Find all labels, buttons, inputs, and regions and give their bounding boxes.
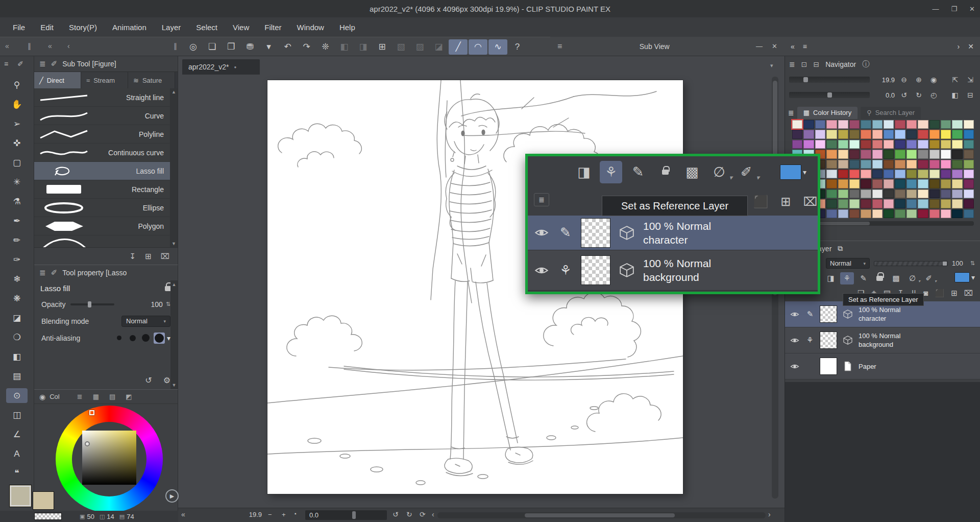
deselect-icon[interactable]: ▨ [410, 39, 429, 55]
delete-layer-icon[interactable]: ⌧ [964, 289, 973, 298]
add-subtool-icon[interactable]: ⊞ [145, 252, 152, 261]
color-swatch[interactable] [872, 150, 883, 158]
hand-tool[interactable]: ✋ [6, 97, 28, 112]
menu-item[interactable]: Select [188, 23, 225, 32]
auto-select-tool[interactable]: ✳ [6, 175, 28, 189]
scroll-down-icon[interactable]: ▼ [172, 241, 176, 246]
color-swatch[interactable] [838, 130, 848, 138]
hue-marker[interactable] [89, 410, 94, 415]
color-swatch[interactable] [872, 140, 883, 149]
color-swatch[interactable] [849, 160, 860, 169]
visibility-icon[interactable] [533, 267, 550, 274]
maximize-button[interactable]: ❐ [951, 5, 957, 13]
flip-horizontal-icon[interactable]: ◧ [949, 91, 961, 99]
anti-aliasing-medium-button[interactable] [140, 333, 152, 344]
figure-tool[interactable]: ⊙ [6, 388, 28, 403]
color-swatch[interactable] [884, 179, 894, 188]
set-reference-layer-icon[interactable]: ⚘ ▾ [840, 272, 854, 284]
color-swatch[interactable] [849, 189, 860, 198]
delete-layer-icon[interactable]: ⌧ [803, 195, 817, 209]
color-swatch[interactable] [838, 179, 848, 188]
new-from-selection-icon[interactable]: ⊞ [951, 289, 958, 298]
visibility-icon[interactable] [789, 363, 800, 370]
chevron-down-icon[interactable]: ▾ [167, 334, 170, 342]
color-wheel-tab-icon[interactable]: ◉ [39, 393, 45, 401]
color-swatch[interactable] [861, 140, 871, 149]
scroll-up-icon[interactable]: ▲ [172, 89, 176, 94]
color-swatch[interactable] [952, 179, 962, 188]
color-swatch[interactable] [849, 179, 860, 188]
subtool-group-tab[interactable]: ╱ Direct [34, 72, 81, 88]
subtool-item[interactable]: Curve [34, 107, 170, 125]
clear-icon[interactable]: ❊ [316, 39, 335, 55]
color-swatch[interactable] [964, 150, 974, 158]
brush-tool[interactable]: ✑ [6, 252, 28, 267]
color-swatch[interactable] [929, 150, 940, 158]
collapse-left-dock-icon[interactable]: « [5, 42, 9, 50]
color-swatch[interactable] [964, 170, 974, 178]
ruler-tool[interactable]: ∠ [6, 427, 28, 442]
delete-subtool-icon[interactable]: ⌧ [161, 252, 169, 261]
color-swatch[interactable] [895, 120, 905, 129]
color-swatch[interactable] [838, 209, 848, 218]
frame-border-tool[interactable]: ◫ [6, 408, 28, 422]
color-swatch[interactable] [952, 199, 962, 208]
color-swatch[interactable] [941, 120, 951, 129]
color-swatch[interactable] [826, 150, 837, 158]
color-swatch[interactable] [803, 120, 814, 129]
color-swatch[interactable] [941, 160, 951, 169]
dock-handle-icon[interactable]: ∥ [28, 42, 31, 50]
color-swatch[interactable] [826, 199, 837, 208]
mask-thumbnail-icon[interactable]: ⬛ [753, 195, 768, 209]
subview-panel-icon[interactable]: ⊡ [801, 60, 807, 68]
clip-below-icon[interactable]: ◨ ▾ [573, 161, 595, 183]
color-swatch[interactable] [849, 209, 860, 218]
color-swatch[interactable] [861, 179, 871, 188]
help-icon[interactable]: ? [508, 39, 527, 55]
color-swatch[interactable] [826, 140, 837, 149]
open-file-icon[interactable]: ❐ [222, 39, 240, 55]
clip-below-icon[interactable]: ◨ ▾ [824, 272, 838, 284]
color-swatch[interactable] [884, 189, 894, 198]
decoration-tool[interactable]: ❋ [6, 291, 28, 306]
color-swatch[interactable] [952, 189, 962, 198]
color-swatch[interactable] [929, 170, 940, 178]
color-swatch[interactable] [929, 189, 940, 198]
rotate-ccw-icon[interactable]: ↺ [393, 510, 399, 518]
color-swatch[interactable] [964, 120, 974, 129]
select-rect-icon[interactable]: ▧ [391, 39, 410, 55]
subview-close-icon[interactable]: ✕ [772, 42, 777, 50]
prev-palette-icon[interactable]: ‹ [67, 42, 70, 50]
opacity-spinner-icon[interactable]: ⇅ [166, 301, 170, 307]
color-swatch[interactable] [872, 209, 883, 218]
pen-tool[interactable]: ✒ [6, 213, 28, 228]
lock-transparent-pixels-icon[interactable]: ▩ ▾ [681, 161, 703, 183]
color-swatch[interactable] [929, 140, 940, 149]
color-swatch[interactable] [815, 120, 825, 129]
subtool-item[interactable]: Ellipse [34, 199, 170, 217]
color-swatch[interactable] [895, 150, 905, 158]
rotation-slider[interactable]: 0.0 [305, 510, 387, 520]
color-swatch[interactable] [941, 130, 951, 138]
layer-color-chip[interactable] [780, 164, 801, 180]
undo-icon[interactable]: ↶ [278, 39, 297, 55]
collapse-right-dock-icon[interactable]: « [791, 42, 795, 51]
color-swatch[interactable] [906, 150, 917, 158]
color-swatch[interactable] [826, 209, 837, 218]
color-swatch[interactable] [861, 160, 871, 169]
subtool-item[interactable]: Continuous curve [34, 144, 170, 162]
color-swatch[interactable] [929, 130, 940, 138]
subview-minimize-icon[interactable]: — [756, 42, 763, 50]
color-swatch[interactable] [918, 199, 928, 208]
scale-rotate-icon[interactable]: ◨ [354, 39, 373, 55]
color-swatch[interactable] [952, 140, 962, 149]
layer-blending-mode-select[interactable]: Normal ▾ [826, 258, 870, 269]
color-swatch[interactable] [849, 120, 860, 129]
fit-to-screen-icon[interactable]: ▪ [295, 511, 297, 516]
menu-item[interactable]: Window [289, 23, 332, 32]
actual-size-icon[interactable]: ⇲ [965, 76, 976, 84]
scroll-up-icon[interactable]: ▲ [172, 282, 177, 287]
menu-item[interactable]: Layer [154, 23, 189, 32]
subtool-item[interactable]: Straight line [34, 88, 170, 107]
color-swatch[interactable] [849, 140, 860, 149]
